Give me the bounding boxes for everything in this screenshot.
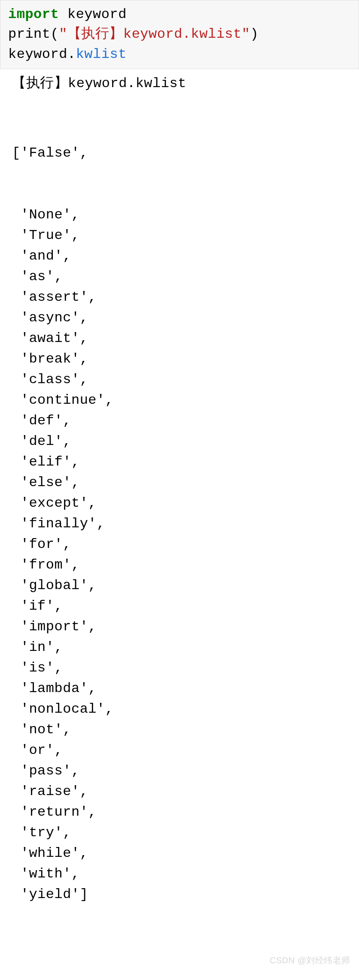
- list-item: 'lambda',: [12, 678, 350, 699]
- list-item: 'class',: [12, 369, 350, 390]
- list-item: 'elif',: [12, 452, 350, 472]
- list-item: 'raise',: [12, 781, 350, 802]
- list-item: 'await',: [12, 328, 350, 349]
- list-item: 'with',: [12, 864, 350, 884]
- import-keyword: import: [8, 6, 59, 22]
- module-name: keyword: [59, 6, 127, 22]
- list-item: 'or',: [12, 740, 350, 761]
- list-item: 'if',: [12, 596, 350, 617]
- list-item: 'del',: [12, 431, 350, 452]
- keyword-obj: keyword: [8, 46, 67, 62]
- code-line-1: import keyword: [8, 5, 351, 24]
- list-item: 'None',: [12, 205, 350, 225]
- list-item: 'def',: [12, 411, 350, 431]
- list-item: 'and',: [12, 246, 350, 266]
- output-header-line: 【执行】keyword.kwlist: [12, 73, 350, 94]
- code-input-block: import keyword print("【执行】keyword.kwlist…: [0, 0, 359, 69]
- list-item: 'assert',: [12, 287, 350, 308]
- string-literal: "【执行】keyword.kwlist": [59, 26, 250, 42]
- list-item: 'is',: [12, 658, 350, 678]
- list-item: 'yield']: [12, 884, 350, 905]
- csdn-watermark: CSDN @刘经纬老师: [0, 950, 359, 968]
- dot-operator: .: [67, 46, 76, 62]
- list-item: 'not',: [12, 720, 350, 740]
- paren-close: ): [250, 26, 259, 42]
- code-line-3: keyword.kwlist: [8, 45, 351, 64]
- list-item: 'while',: [12, 843, 350, 864]
- list-item: 'continue',: [12, 390, 350, 411]
- list-item: 'async',: [12, 308, 350, 328]
- list-item: 'pass',: [12, 761, 350, 781]
- list-item: 'nonlocal',: [12, 699, 350, 720]
- list-item: 'as',: [12, 266, 350, 287]
- list-item: 'else',: [12, 472, 350, 493]
- list-item: 'in',: [12, 637, 350, 658]
- list-item: 'try',: [12, 823, 350, 843]
- output-list: ['False', 'None', 'True', 'and', 'as', '…: [12, 102, 350, 946]
- list-item: 'True',: [12, 225, 350, 246]
- list-item: 'return',: [12, 802, 350, 823]
- list-item: 'from',: [12, 555, 350, 575]
- list-item: 'break',: [12, 349, 350, 369]
- list-item: 'finally',: [12, 514, 350, 534]
- list-item: 'global',: [12, 575, 350, 596]
- code-line-2: print("【执行】keyword.kwlist"): [8, 24, 351, 44]
- print-func: print: [8, 26, 51, 42]
- list-item: 'except',: [12, 493, 350, 514]
- paren-open: (: [51, 26, 59, 42]
- list-item: 'for',: [12, 534, 350, 555]
- kwlist-attr: kwlist: [76, 46, 127, 62]
- code-output-block: 【执行】keyword.kwlist ['False', 'None', 'Tr…: [0, 69, 359, 950]
- list-item: 'import',: [12, 617, 350, 637]
- list-open-line: ['False',: [12, 143, 350, 163]
